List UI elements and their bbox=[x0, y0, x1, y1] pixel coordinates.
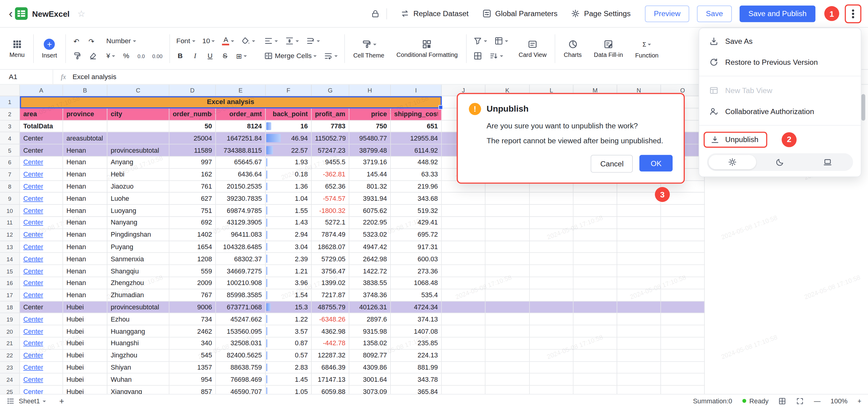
cell[interactable]: 692 bbox=[169, 217, 216, 229]
cell[interactable]: Center bbox=[20, 241, 63, 253]
cell[interactable]: order_number bbox=[169, 108, 216, 121]
merge-cells-button[interactable]: Merge Cells bbox=[262, 50, 319, 62]
cell[interactable]: Henan bbox=[63, 181, 107, 193]
row-header-4[interactable]: 4 bbox=[0, 132, 20, 144]
cell[interactable]: Center bbox=[20, 144, 63, 157]
currency-button[interactable]: ¥ bbox=[104, 50, 118, 62]
row-header-2[interactable]: 2 bbox=[0, 108, 20, 121]
replace-dataset-button[interactable]: Replace Dataset bbox=[400, 9, 468, 18]
cell[interactable] bbox=[661, 337, 705, 349]
cell[interactable]: 68302.37 bbox=[216, 253, 266, 265]
cell[interactable]: Shiyan bbox=[107, 362, 169, 374]
cell[interactable]: 11589 bbox=[169, 144, 216, 157]
row-header-9[interactable]: 9 bbox=[0, 193, 20, 205]
cell[interactable]: 2202.95 bbox=[349, 217, 391, 229]
cell[interactable]: 39230.7835 bbox=[216, 193, 266, 205]
cell[interactable] bbox=[530, 277, 574, 289]
cell[interactable]: 3838.55 bbox=[349, 277, 391, 289]
cell[interactable] bbox=[442, 217, 486, 229]
column-header-H[interactable]: H bbox=[349, 84, 391, 96]
row-header-7[interactable]: 7 bbox=[0, 169, 20, 181]
cell[interactable]: Center bbox=[20, 362, 63, 374]
cell[interactable] bbox=[530, 374, 574, 386]
cell[interactable]: 343.78 bbox=[391, 374, 442, 386]
text-overflow-button[interactable] bbox=[304, 35, 322, 47]
cell[interactable] bbox=[486, 265, 530, 277]
cell[interactable]: 43129.3905 bbox=[216, 217, 266, 229]
cell[interactable]: 100210.908 bbox=[216, 277, 266, 289]
cell[interactable] bbox=[574, 374, 617, 386]
cell[interactable]: TotalData bbox=[20, 121, 63, 133]
cell[interactable]: 429.41 bbox=[391, 217, 442, 229]
cell[interactable]: 0.57 bbox=[266, 349, 312, 362]
cell[interactable]: 343.68 bbox=[391, 193, 442, 205]
row-header-16[interactable]: 16 bbox=[0, 277, 20, 289]
cell[interactable]: Wuhan bbox=[107, 374, 169, 386]
global-parameters-button[interactable]: Global Parameters bbox=[482, 9, 557, 18]
cell[interactable] bbox=[574, 241, 617, 253]
cell[interactable]: 3001.64 bbox=[349, 374, 391, 386]
cell[interactable]: Center bbox=[20, 193, 63, 205]
cell[interactable]: 0.18 bbox=[266, 169, 312, 181]
cell[interactable]: Center bbox=[20, 253, 63, 265]
cell[interactable] bbox=[530, 349, 574, 362]
bold-button[interactable]: B bbox=[174, 50, 186, 62]
cell[interactable]: Henan bbox=[63, 241, 107, 253]
cell[interactable]: 1407.08 bbox=[391, 326, 442, 338]
cell[interactable]: 1.43 bbox=[266, 217, 312, 229]
cell[interactable]: 57247.23 bbox=[312, 144, 349, 157]
cell[interactable] bbox=[617, 362, 661, 374]
cell[interactable]: 104328.6485 bbox=[216, 241, 266, 253]
cell[interactable]: Xiangyang bbox=[107, 386, 169, 394]
cell[interactable] bbox=[442, 265, 486, 277]
cell[interactable]: provincesubtotal bbox=[107, 301, 169, 313]
cell[interactable]: Henan bbox=[63, 169, 107, 181]
cell[interactable]: Center bbox=[20, 265, 63, 277]
cell[interactable]: 6059.88 bbox=[312, 386, 349, 394]
preview-button[interactable]: Preview bbox=[645, 5, 689, 22]
cell[interactable]: Hubei bbox=[63, 386, 107, 394]
cell[interactable] bbox=[574, 253, 617, 265]
cell[interactable] bbox=[530, 289, 574, 301]
cell[interactable]: Shangqiu bbox=[107, 265, 169, 277]
cell[interactable]: 1.36 bbox=[266, 181, 312, 193]
cell[interactable] bbox=[107, 132, 169, 144]
cell[interactable] bbox=[63, 121, 107, 133]
theme-dark-button[interactable] bbox=[756, 155, 804, 169]
kebab-menu-icon[interactable] bbox=[852, 12, 854, 14]
cell[interactable] bbox=[442, 229, 486, 241]
cell[interactable] bbox=[442, 374, 486, 386]
cell[interactable] bbox=[442, 326, 486, 338]
column-header-I[interactable]: I bbox=[391, 84, 442, 96]
cell[interactable]: 1358.02 bbox=[349, 337, 391, 349]
cell[interactable]: 0.87 bbox=[266, 337, 312, 349]
borders-button[interactable]: ⊞ bbox=[234, 50, 249, 62]
cell[interactable]: 6114.92 bbox=[391, 144, 442, 157]
cell[interactable]: 153560.095 bbox=[216, 326, 266, 338]
column-header-E[interactable]: E bbox=[216, 84, 266, 96]
cell[interactable]: Nanyang bbox=[107, 217, 169, 229]
cell[interactable]: Center bbox=[20, 289, 63, 301]
cell[interactable]: 2462 bbox=[169, 326, 216, 338]
cell[interactable]: 145.44 bbox=[349, 169, 391, 181]
strikethrough-button[interactable]: S bbox=[219, 50, 231, 62]
formula-input[interactable]: Excel analysis bbox=[72, 73, 116, 80]
cell[interactable]: Center bbox=[20, 277, 63, 289]
cell[interactable] bbox=[617, 386, 661, 394]
cell[interactable]: 3.96 bbox=[266, 277, 312, 289]
cell[interactable]: 4362.98 bbox=[312, 326, 349, 338]
row-header-19[interactable]: 19 bbox=[0, 313, 20, 326]
cell[interactable]: profit_amt bbox=[312, 108, 349, 121]
cell[interactable] bbox=[661, 289, 705, 301]
cell[interactable]: Center bbox=[20, 349, 63, 362]
cell[interactable]: Henan bbox=[63, 253, 107, 265]
row-header-21[interactable]: 21 bbox=[0, 337, 20, 349]
cell[interactable]: 627 bbox=[169, 193, 216, 205]
cell[interactable]: 2.39 bbox=[266, 253, 312, 265]
font-size-dropdown[interactable]: 10 bbox=[200, 35, 217, 47]
cell[interactable] bbox=[661, 229, 705, 241]
page-settings-button[interactable]: Page Settings bbox=[571, 9, 630, 18]
cell[interactable] bbox=[442, 193, 486, 205]
vertical-align-button[interactable] bbox=[283, 35, 301, 47]
cell[interactable] bbox=[661, 277, 705, 289]
